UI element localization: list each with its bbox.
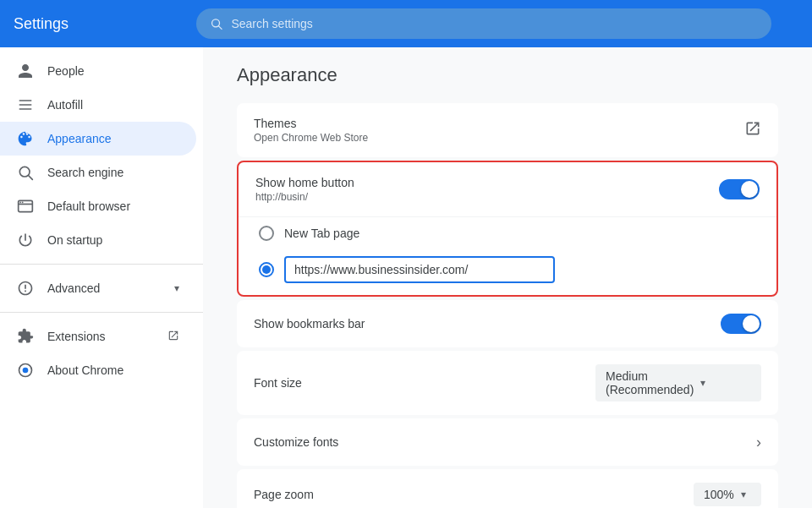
- sidebar-item-about-chrome-label: About Chrome: [47, 363, 123, 377]
- sidebar: People Autofill Appearance: [0, 47, 203, 508]
- sidebar-divider: [0, 264, 203, 265]
- svg-rect-2: [19, 100, 32, 101]
- font-size-chevron-icon: ▾: [700, 377, 751, 389]
- sidebar-item-appearance-label: Appearance: [47, 132, 112, 145]
- sidebar-item-people-label: People: [47, 64, 85, 78]
- url-input-wrapper: [284, 256, 555, 283]
- page-zoom-card: Page zoom 100% ▾: [237, 469, 778, 508]
- sidebar-divider-2: [0, 312, 203, 313]
- palette-icon: [17, 130, 34, 147]
- chevron-down-icon: ▾: [174, 282, 179, 294]
- customize-fonts-card: Customize fonts ›: [237, 418, 778, 466]
- sidebar-item-on-startup[interactable]: On startup: [0, 223, 196, 257]
- page-zoom-row: Page zoom 100% ▾: [237, 469, 778, 508]
- svg-rect-3: [19, 104, 32, 106]
- show-home-button-row: Show home button http://busin/: [239, 162, 776, 217]
- sidebar-item-extensions[interactable]: Extensions: [0, 320, 196, 353]
- sidebar-item-about-chrome[interactable]: About Chrome: [0, 353, 196, 387]
- sidebar-item-default-browser-label: Default browser: [47, 199, 130, 213]
- power-icon: [17, 232, 34, 249]
- sidebar-item-autofill[interactable]: Autofill: [0, 88, 196, 122]
- show-bookmarks-label: Show bookmarks bar: [254, 317, 721, 330]
- customize-fonts-chevron-icon: ›: [756, 434, 761, 451]
- main-layout: People Autofill Appearance: [0, 47, 812, 508]
- new-tab-radio-button[interactable]: [259, 226, 274, 241]
- advanced-icon: [17, 280, 34, 297]
- themes-card: Themes Open Chrome Web Store: [237, 103, 778, 157]
- svg-rect-4: [19, 108, 32, 110]
- person-icon: [17, 63, 34, 79]
- show-bookmarks-row: Show bookmarks bar: [237, 300, 778, 347]
- show-home-button-section: Show home button http://busin/ New Tab p…: [237, 161, 778, 297]
- font-size-dropdown[interactable]: Medium (Recommended) ▾: [595, 364, 761, 401]
- page-zoom-dropdown[interactable]: 100% ▾: [694, 483, 761, 506]
- search-nav-icon: [17, 164, 34, 181]
- svg-point-10: [22, 202, 24, 204]
- settings-title: Settings: [14, 15, 183, 33]
- search-icon: [210, 17, 222, 30]
- font-size-card: Font size Medium (Recommended) ▾: [237, 351, 778, 415]
- customize-fonts-row[interactable]: Customize fonts ›: [237, 418, 778, 466]
- svg-line-1: [219, 26, 222, 30]
- show-bookmarks-toggle[interactable]: [721, 314, 761, 334]
- font-size-label: Font size: [254, 376, 595, 390]
- search-input[interactable]: [231, 17, 758, 30]
- show-home-button-sub: http://busin/: [255, 191, 719, 203]
- sidebar-item-autofill-label: Autofill: [47, 98, 83, 112]
- page-zoom-label: Page zoom: [254, 488, 694, 501]
- themes-label: Themes: [254, 117, 744, 130]
- page-title: Appearance: [237, 64, 778, 86]
- show-bookmarks-card: Show bookmarks bar: [237, 300, 778, 347]
- sidebar-item-appearance[interactable]: Appearance: [0, 122, 196, 156]
- svg-point-9: [19, 202, 21, 204]
- sidebar-item-people[interactable]: People: [0, 54, 196, 88]
- sidebar-item-default-browser[interactable]: Default browser: [0, 189, 196, 223]
- url-radio-row: [239, 249, 776, 295]
- external-link-icon: [167, 330, 179, 344]
- sidebar-item-extensions-label: Extensions: [47, 330, 105, 343]
- font-size-row: Font size Medium (Recommended) ▾: [237, 351, 778, 415]
- sidebar-item-search-engine[interactable]: Search engine: [0, 156, 196, 189]
- chrome-icon: [17, 362, 34, 379]
- svg-point-11: [23, 368, 29, 374]
- page-zoom-value: 100%: [704, 488, 734, 501]
- sidebar-item-advanced[interactable]: Advanced ▾: [0, 271, 196, 305]
- show-home-button-label: Show home button: [255, 176, 719, 189]
- sidebar-item-on-startup-label: On startup: [47, 233, 102, 247]
- customize-fonts-label: Customize fonts: [254, 435, 756, 449]
- font-size-value: Medium (Recommended): [606, 369, 694, 396]
- header: Settings: [0, 0, 812, 47]
- sidebar-item-search-engine-label: Search engine: [47, 166, 123, 179]
- themes-row: Themes Open Chrome Web Store: [237, 103, 778, 157]
- sidebar-item-advanced-label: Advanced: [47, 281, 100, 295]
- svg-line-6: [29, 176, 33, 180]
- url-input[interactable]: [294, 263, 545, 276]
- browser-icon: [17, 198, 34, 215]
- page-zoom-chevron-icon: ▾: [741, 489, 751, 500]
- url-radio-button[interactable]: [259, 262, 274, 277]
- main-content: Appearance Themes Open Chrome Web Store: [203, 47, 812, 508]
- themes-sub: Open Chrome Web Store: [254, 132, 744, 144]
- show-home-button-toggle[interactable]: [719, 179, 760, 199]
- search-bar[interactable]: [196, 8, 771, 39]
- new-tab-radio-label: New Tab page: [284, 227, 359, 240]
- new-tab-radio-row: New Tab page: [239, 217, 776, 249]
- list-icon: [17, 96, 34, 113]
- extensions-icon: [17, 328, 34, 345]
- themes-external-link-icon[interactable]: [744, 120, 761, 141]
